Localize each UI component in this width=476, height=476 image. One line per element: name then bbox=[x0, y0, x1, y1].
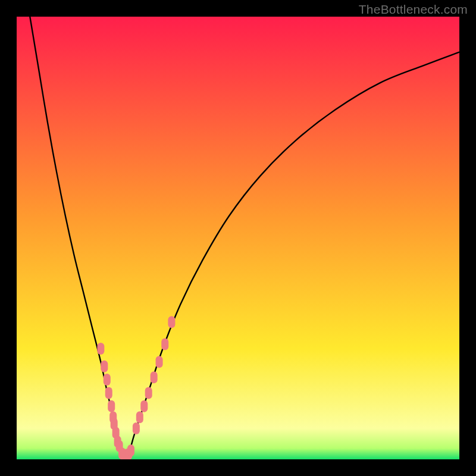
point-sample-points-left bbox=[105, 387, 112, 399]
point-sample-points-bottom bbox=[127, 444, 134, 456]
chart-frame: TheBottleneck.com bbox=[0, 0, 476, 476]
point-sample-points-left bbox=[104, 374, 111, 386]
watermark-text: TheBottleneck.com bbox=[359, 2, 468, 17]
point-sample-points-right bbox=[161, 339, 168, 350]
point-sample-points-right bbox=[136, 411, 143, 423]
gradient-background bbox=[17, 17, 459, 459]
plot-area bbox=[17, 17, 459, 459]
point-sample-points-left bbox=[101, 361, 108, 372]
point-sample-points-right bbox=[145, 387, 152, 399]
point-sample-points-left bbox=[108, 400, 115, 412]
point-sample-points-right bbox=[133, 422, 140, 434]
point-sample-points-right bbox=[156, 356, 163, 368]
point-sample-points-right bbox=[140, 400, 148, 412]
point-sample-points-right bbox=[151, 371, 158, 383]
point-sample-points-right bbox=[168, 316, 175, 328]
chart-svg bbox=[17, 17, 459, 459]
point-sample-points-left bbox=[97, 343, 104, 355]
